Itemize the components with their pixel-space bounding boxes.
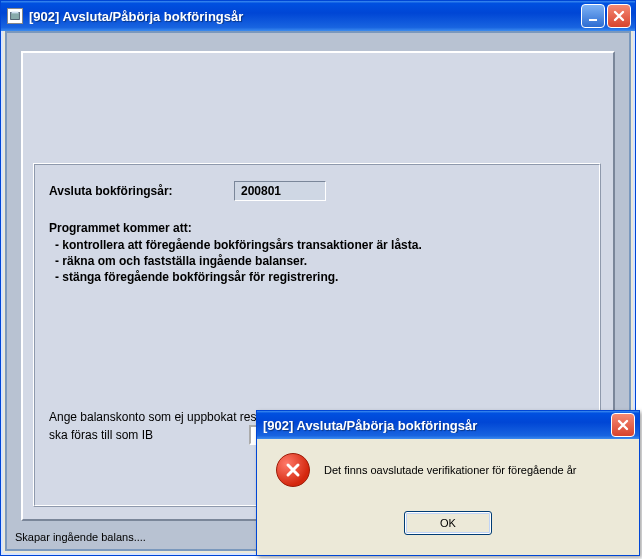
svg-rect-1: [12, 12, 19, 14]
app-icon: [7, 8, 23, 24]
ib-label-line2: ska föras till som IB: [49, 428, 249, 442]
dialog-message: Det finns oavslutade verifikationer för …: [324, 464, 577, 476]
desc-line-2: - räkna om och fastställa ingående balan…: [55, 253, 585, 269]
ok-button[interactable]: OK: [404, 511, 492, 535]
year-field: 200801: [234, 181, 326, 201]
dialog-body: Det finns oavslutade verifikationer för …: [260, 439, 636, 552]
year-label: Avsluta bokföringsår:: [49, 184, 234, 198]
main-titlebar[interactable]: [902] Avsluta/Påbörja bokföringsår: [1, 1, 635, 31]
desc-heading: Programmet kommer att:: [49, 221, 585, 235]
minimize-button[interactable]: [581, 4, 605, 28]
window-title: [902] Avsluta/Påbörja bokföringsår: [29, 9, 581, 24]
desc-line-1: - kontrollera att föregående bokföringså…: [55, 237, 585, 253]
close-button[interactable]: [607, 4, 631, 28]
dialog-titlebar[interactable]: [902] Avsluta/Påbörja bokföringsår: [257, 411, 639, 439]
error-icon: [276, 453, 310, 487]
svg-rect-2: [589, 19, 597, 21]
svg-rect-0: [11, 13, 20, 20]
desc-line-3: - stänga föregående bokföringsår för reg…: [55, 269, 585, 285]
error-dialog: [902] Avsluta/Påbörja bokföringsår Det f…: [256, 410, 640, 556]
dialog-close-button[interactable]: [611, 413, 635, 437]
dialog-title: [902] Avsluta/Påbörja bokföringsår: [263, 418, 611, 433]
